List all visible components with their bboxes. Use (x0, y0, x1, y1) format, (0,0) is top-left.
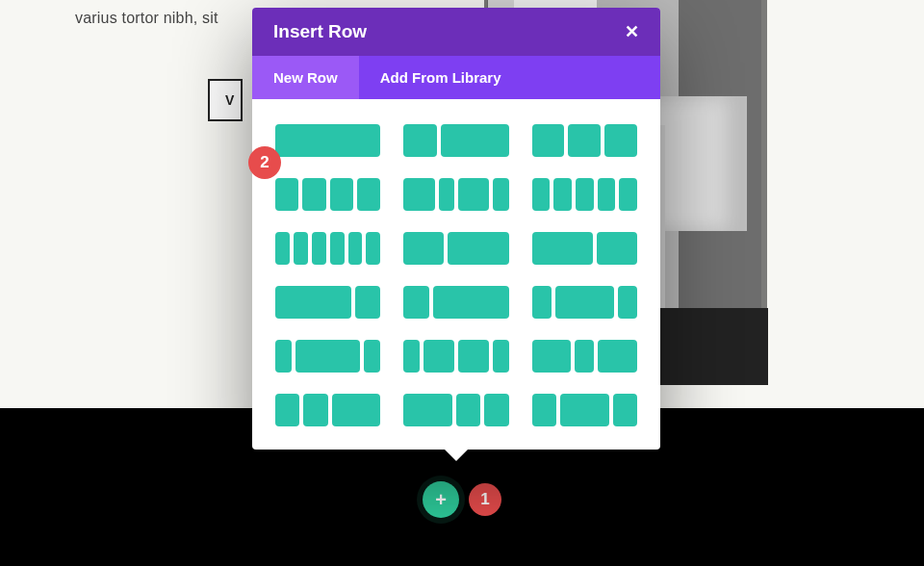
modal-tabs: New Row Add From Library (252, 56, 660, 99)
column-segment (493, 178, 508, 211)
column-segment (295, 340, 361, 373)
column-segment (403, 340, 419, 373)
row-layout-option-13[interactable] (403, 340, 508, 373)
column-segment (441, 124, 508, 157)
annotation-step-1: 1 (469, 483, 501, 516)
column-segment (403, 394, 452, 426)
column-segment (275, 394, 299, 426)
column-segment (484, 394, 508, 426)
tab-new-row[interactable]: New Row (252, 56, 359, 99)
row-layout-option-14[interactable] (532, 340, 637, 373)
column-segment (618, 286, 637, 319)
row-layout-grid (252, 99, 660, 450)
close-icon[interactable]: ✕ (625, 21, 639, 42)
row-layout-option-15[interactable] (275, 394, 380, 426)
column-segment (575, 340, 594, 373)
column-segment (532, 178, 551, 211)
row-layout-option-16[interactable] (403, 394, 508, 426)
column-segment (403, 178, 434, 211)
row-layout-option-10[interactable] (403, 286, 508, 319)
column-segment (275, 286, 351, 319)
row-layout-option-0[interactable] (275, 124, 380, 157)
column-segment (424, 340, 454, 373)
row-layout-option-7[interactable] (403, 232, 508, 265)
add-section-controls: + 1 (423, 481, 501, 518)
plus-icon: + (435, 489, 447, 511)
column-segment (403, 286, 428, 319)
column-segment (568, 124, 601, 157)
column-segment (275, 232, 290, 265)
column-segment (597, 232, 637, 265)
column-segment (332, 394, 381, 426)
tab-add-from-library[interactable]: Add From Library (359, 56, 523, 99)
page-root: varius tortor nibh, sit V I Insert Row ✕… (0, 0, 924, 566)
column-segment (598, 178, 616, 211)
column-segment (348, 232, 363, 265)
column-segment (560, 394, 609, 426)
column-segment (355, 286, 380, 319)
view-product-button[interactable]: V I (208, 79, 243, 121)
column-segment (403, 124, 437, 157)
row-layout-option-5[interactable] (532, 178, 637, 211)
column-segment (275, 178, 298, 211)
column-segment (532, 232, 593, 265)
column-segment (493, 340, 508, 373)
column-segment (576, 178, 594, 211)
column-segment (604, 124, 637, 157)
column-segment (303, 394, 327, 426)
row-layout-option-11[interactable] (532, 286, 637, 319)
column-segment (275, 124, 380, 157)
column-segment (366, 232, 380, 265)
annotation-step-2: 2 (248, 146, 281, 179)
row-layout-option-9[interactable] (275, 286, 380, 319)
column-segment (555, 286, 614, 319)
add-section-button[interactable]: + (423, 481, 459, 518)
column-segment (275, 340, 292, 373)
column-segment (364, 340, 380, 373)
column-segment (312, 232, 326, 265)
column-segment (294, 232, 308, 265)
row-layout-option-3[interactable] (275, 178, 380, 211)
column-segment (403, 232, 444, 265)
row-layout-option-12[interactable] (275, 340, 380, 373)
column-segment (456, 394, 480, 426)
modal-header: Insert Row ✕ (252, 8, 660, 56)
column-segment (302, 178, 325, 211)
row-layout-option-6[interactable] (275, 232, 380, 265)
column-segment (532, 340, 572, 373)
row-layout-option-4[interactable] (403, 178, 508, 211)
column-segment (448, 232, 508, 265)
row-layout-option-8[interactable] (532, 232, 637, 265)
row-layout-option-2[interactable] (532, 124, 637, 157)
column-segment (532, 124, 565, 157)
column-segment (619, 178, 637, 211)
column-segment (330, 232, 345, 265)
modal-title: Insert Row (273, 21, 367, 42)
column-segment (532, 394, 556, 426)
column-segment (458, 178, 489, 211)
column-segment (458, 340, 489, 373)
column-segment (433, 286, 509, 319)
column-segment (553, 178, 572, 211)
column-segment (613, 394, 637, 426)
column-segment (357, 178, 380, 211)
column-segment (532, 286, 552, 319)
column-segment (598, 340, 637, 373)
row-layout-option-17[interactable] (532, 394, 637, 426)
column-segment (439, 178, 454, 211)
lorem-text: varius tortor nibh, sit (75, 10, 218, 27)
column-segment (330, 178, 353, 211)
row-layout-option-1[interactable] (403, 124, 508, 157)
insert-row-modal: Insert Row ✕ New Row Add From Library (252, 8, 660, 450)
